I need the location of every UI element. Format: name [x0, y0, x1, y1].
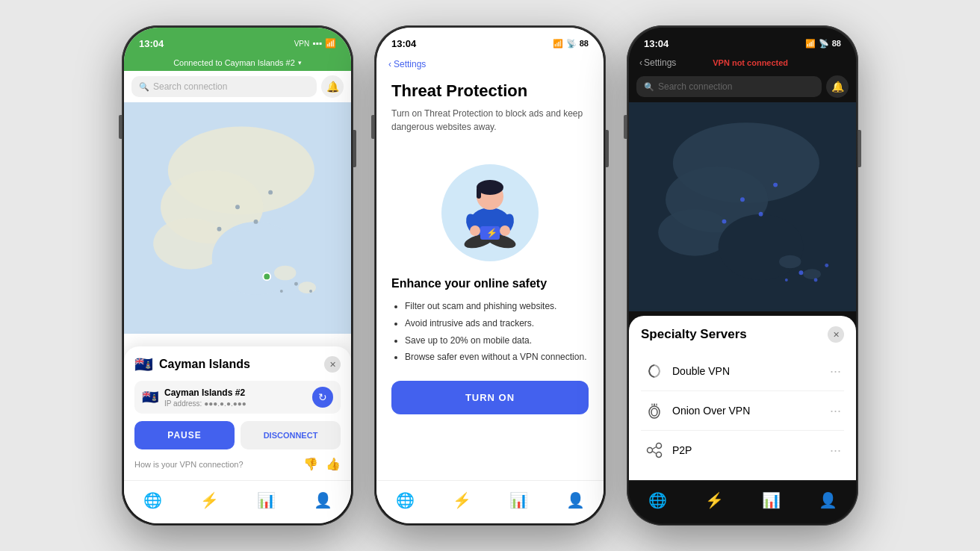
svg-point-35 [740, 197, 745, 202]
specialty-card: Specialty Servers ✕ Double VPN ··· [629, 316, 856, 480]
svg-point-9 [268, 190, 273, 195]
onion-vpn-more[interactable]: ··· [830, 403, 841, 419]
battery-icon-3: 88 [832, 39, 841, 48]
server-option-onion-vpn[interactable]: Onion Over VPN ··· [641, 391, 844, 431]
tab-chart-1[interactable]: 📊 [257, 491, 276, 509]
double-vpn-more[interactable]: ··· [830, 364, 841, 379]
map-area-1 [124, 102, 351, 334]
bottom-card-1: 🇰🇾 Cayman Islands ✕ 🇰🇾 Cayman Islands #2… [124, 346, 351, 480]
nav-row-3: ‹ Settings VPN not connected [629, 55, 856, 71]
turn-on-button[interactable]: TURN ON [391, 381, 589, 414]
server-row: 🇰🇾 Cayman Islands #2 IP address: ●●●.●.●… [134, 381, 341, 414]
bell-icon-3[interactable]: 🔔 [826, 75, 849, 98]
double-vpn-label: Double VPN [672, 365, 830, 377]
search-bar-1[interactable]: 🔍 Search connection [131, 76, 317, 97]
svg-point-40 [814, 278, 818, 282]
svg-point-36 [759, 212, 763, 217]
threat-title: Threat Protection [391, 81, 589, 101]
tab-bar-2: 🌐 ⚡ 📊 👤 [376, 480, 604, 523]
search-placeholder-1: Search connection [153, 81, 227, 92]
status-bar-3: 13:04 📶 📡 88 [629, 28, 856, 55]
tab-chart-2[interactable]: 📊 [509, 491, 528, 509]
svg-point-42 [825, 264, 828, 267]
tab-globe-3[interactable]: 🌐 [648, 491, 667, 509]
svg-point-12 [294, 282, 298, 286]
svg-point-38 [722, 220, 727, 224]
tab-lightning-2[interactable]: ⚡ [453, 491, 471, 509]
map-svg-3 [629, 102, 856, 311]
time-1: 13:04 [139, 38, 164, 49]
thumbs-up-icon[interactable]: 👍 [326, 457, 341, 471]
p2p-more[interactable]: ··· [830, 443, 841, 458]
threat-subtitle: Turn on Threat Protection to block ads a… [391, 107, 589, 134]
svg-point-10 [217, 227, 222, 231]
status-bar-1: 13:04 VPN ▪▪▪ 📶 [124, 28, 351, 55]
svg-point-45 [648, 448, 653, 453]
pause-button[interactable]: PAUSE [134, 421, 235, 449]
svg-line-49 [653, 452, 657, 454]
back-label-3: Settings [644, 57, 676, 68]
signal-icon-1: ▪▪▪ [312, 38, 322, 49]
tab-chart-3[interactable]: 📊 [762, 491, 781, 509]
search-bar-3[interactable]: 🔍 Search connection [636, 76, 822, 97]
nav-back-3[interactable]: ‹ Settings [639, 57, 676, 68]
close-button-1[interactable]: ✕ [324, 356, 341, 373]
server-info: Cayman Islands #2 IP address: ●●●.●.●.●●… [164, 387, 306, 408]
status-bar-2: 13:04 📶 📡 88 [376, 28, 604, 55]
specialty-header: Specialty Servers ✕ [641, 326, 844, 343]
server-option-p2p[interactable]: P2P ··· [641, 431, 844, 470]
svg-point-14 [280, 290, 283, 293]
signal-icon-2: 📶 [553, 39, 563, 49]
country-header: 🇰🇾 Cayman Islands ✕ [134, 355, 341, 373]
tab-profile-2[interactable]: 👤 [566, 491, 585, 509]
tab-profile-1[interactable]: 👤 [314, 491, 332, 509]
benefit-2: Avoid intrusive ads and trackers. [405, 315, 589, 332]
search-icon-1: 🔍 [139, 82, 149, 92]
map-svg-1 [124, 102, 351, 334]
action-buttons: PAUSE DISCONNECT [134, 421, 341, 449]
close-button-3[interactable]: ✕ [828, 326, 844, 343]
tab-globe-1[interactable]: 🌐 [143, 491, 162, 509]
onion-vpn-label: Onion Over VPN [672, 405, 830, 417]
specialty-title: Specialty Servers [641, 327, 747, 342]
svg-point-37 [773, 183, 778, 187]
benefit-3: Save up to 20% on mobile data. [405, 332, 589, 349]
flag-server-icon: 🇰🇾 [142, 389, 158, 405]
server-name: Cayman Islands #2 [164, 387, 306, 398]
back-chevron-3: ‹ [639, 57, 642, 68]
country-name: Cayman Islands [159, 358, 250, 371]
tab-lightning-3[interactable]: ⚡ [705, 491, 724, 509]
svg-point-25 [500, 225, 510, 236]
back-chevron-2: ‹ [388, 59, 391, 69]
svg-point-33 [779, 255, 801, 269]
tab-lightning-1[interactable]: ⚡ [200, 491, 219, 509]
nav-back-2[interactable]: ‹ Settings [376, 55, 604, 74]
svg-text:⚡: ⚡ [486, 227, 497, 238]
bell-icon-1[interactable]: 🔔 [321, 75, 344, 98]
tab-globe-2[interactable]: 🌐 [396, 491, 415, 509]
feedback-row: How is your VPN connection? 👎 👍 [134, 457, 341, 471]
svg-point-11 [263, 273, 270, 281]
tab-profile-3[interactable]: 👤 [819, 491, 837, 509]
onion-vpn-icon [644, 400, 665, 421]
back-label-2: Settings [394, 59, 426, 69]
server-option-double-vpn[interactable]: Double VPN ··· [641, 352, 844, 391]
p2p-label: P2P [672, 444, 830, 456]
thumbs-down-icon[interactable]: 👎 [303, 457, 318, 471]
chevron-down-icon: ▾ [298, 59, 302, 66]
wifi-icon-2: 📡 [566, 39, 577, 49]
enhance-title: Enhance your online safety [391, 277, 589, 290]
svg-rect-19 [477, 187, 481, 199]
reload-button[interactable]: ↻ [312, 387, 333, 408]
svg-point-4 [212, 222, 300, 295]
disconnect-button[interactable]: DISCONNECT [241, 421, 341, 449]
map-area-3 [629, 102, 856, 311]
tab-bar-3: 🌐 ⚡ 📊 👤 [629, 480, 856, 523]
svg-point-32 [719, 214, 804, 280]
svg-point-24 [470, 225, 480, 236]
connected-banner: Connected to Cayman Islands #2 ▾ [124, 55, 351, 71]
connected-text: Connected to Cayman Islands #2 [173, 58, 295, 67]
svg-point-39 [799, 270, 804, 275]
benefit-4: Browse safer even without a VPN connecti… [405, 349, 589, 366]
svg-point-7 [235, 205, 240, 209]
